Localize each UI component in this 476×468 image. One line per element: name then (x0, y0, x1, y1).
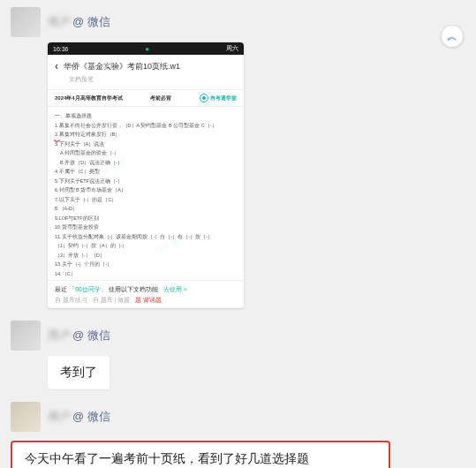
message-bubble[interactable]: 考到了 (48, 356, 110, 389)
doc-line: 3.下列关于（A）说法 (55, 140, 237, 148)
sender-hidden-name: 用户 (48, 328, 71, 343)
sender-hidden-name: 用户 (48, 14, 71, 30)
doc-line: （1）（A）（-）B (55, 279, 237, 280)
doc-line: 6.封闭型 B 货币市场基金（A） (55, 186, 237, 194)
doc-title: 华侨《基金实验》考前10页纸.w1 (64, 61, 180, 72)
doc-header-left: 2024年4月高等教育自学考试 (55, 94, 123, 102)
doc-line: 11.关于收益分配对象（-）该基金期间按（-）自（-）有（-）按（-） (55, 233, 237, 241)
doc-subtitle: 文档预览 (48, 75, 244, 89)
sender-row: 用户 @ 微信 (11, 7, 465, 37)
wechat-icon: ● (145, 45, 149, 53)
doc-line: 8.（A-D） (55, 205, 237, 213)
doc-body: ⌄ 自考通 自考通 一、单项选择题1.募集不向社会公开发行资，（D）A 契约型基… (48, 107, 244, 280)
doc-line: B 开放（D）说法正确（-） (55, 159, 237, 167)
message-block: 用户 @ 微信 16:36 ● 周六 ‹ 华侨《基金实验》考前10页纸.w1 文… (11, 7, 465, 308)
back-icon: ‹ (55, 60, 58, 72)
footer-main: 最近 「90位同学」 使用以下文档功能 去使用 > (55, 285, 237, 294)
message-bubble-highlighted[interactable]: 今天中午看了一遍考前十页纸，看到了好几道选择题 (11, 441, 390, 468)
doc-header-row: 2024年4月高等教育自学考试 考前必背 自考通学堂 (48, 89, 244, 107)
doc-line: 一、单项选择题 (55, 112, 237, 120)
footer-tag: 题 背诵题 (135, 297, 162, 305)
doc-line: 13.关于（-）个月的（-） (55, 260, 237, 268)
status-network: 周六 (226, 44, 238, 53)
via-label: @ 微信 (72, 409, 110, 425)
doc-header-mid: 考前必背 (150, 94, 171, 102)
doc-line: 14.（C） (55, 270, 237, 278)
via-label: @ 微信 (72, 328, 110, 343)
status-time: 16:36 (53, 46, 69, 52)
doc-line: 10.货币型基金投资 (55, 223, 237, 231)
screenshot-attachment[interactable]: 16:36 ● 周六 ‹ 华侨《基金实验》考前10页纸.w1 文档预览 2024… (48, 42, 244, 308)
collapse-button[interactable]: ︽ (441, 25, 464, 48)
doc-title-row: ‹ 华侨《基金实验》考前10页纸.w1 (48, 55, 244, 75)
logo-text: 自考通学堂 (210, 94, 237, 102)
footer-action-link[interactable]: 去使用 > (163, 286, 187, 292)
avatar[interactable] (11, 7, 41, 37)
message-block: 用户 @ 微信 今天中午看了一遍考前十页纸，看到了好几道选择题 (11, 402, 465, 468)
sender-row: 用户 @ 微信 (11, 402, 465, 432)
doc-line: 2.募集对特定对象发行（B） (55, 131, 237, 139)
brand-logo: 自考通学堂 (200, 94, 237, 102)
sender-name: 用户 @ 微信 (48, 409, 110, 425)
message-block: 用户 @ 微信 考到了 (11, 321, 465, 389)
doc-line: 5.下列关于ETF说法正确（-） (55, 177, 237, 185)
doc-line: 7.以下关于（-）的是（C） (55, 196, 237, 204)
doc-line: （2）开放（-）（D） (55, 252, 237, 260)
logo-icon (200, 94, 208, 102)
doc-line: 1.募集不向社会公开发行资，（D）A 契约型基金 B 公司型基金 C（-） (55, 122, 237, 130)
sender-name: 用户 @ 微信 (48, 14, 110, 30)
doc-line: （1）契约（-）按（A）的（-） (55, 242, 237, 250)
footer-tag: 自 题库 | 做题 (93, 297, 130, 305)
doc-line: A 封闭型基金的资金（-） (55, 149, 237, 157)
sender-hidden-name: 用户 (48, 409, 71, 425)
sender-row: 用户 @ 微信 (11, 321, 465, 351)
phone-status-bar: 16:36 ● 周六 (48, 42, 244, 55)
chat-scroll-area[interactable]: 用户 @ 微信 16:36 ● 周六 ‹ 华侨《基金实验》考前10页纸.w1 文… (0, 0, 476, 468)
sender-name: 用户 @ 微信 (48, 328, 110, 343)
avatar[interactable] (11, 321, 41, 351)
chevron-double-up-icon: ︽ (447, 29, 457, 44)
doc-line: 4.不属于（C）类型 (55, 168, 237, 176)
via-label: @ 微信 (72, 14, 110, 30)
avatar[interactable] (11, 402, 41, 432)
footer-tags: 自 题库练习 自 题库 | 做题 题 背诵题 (55, 297, 237, 305)
doc-footer: 最近 「90位同学」 使用以下文档功能 去使用 > 自 题库练习 自 题库 | … (48, 280, 244, 308)
red-check-mark: ⌄ (50, 132, 63, 147)
doc-line: 9.LOF与ETF的区别 (55, 215, 237, 223)
footer-tag: 自 题库练习 (55, 297, 87, 305)
